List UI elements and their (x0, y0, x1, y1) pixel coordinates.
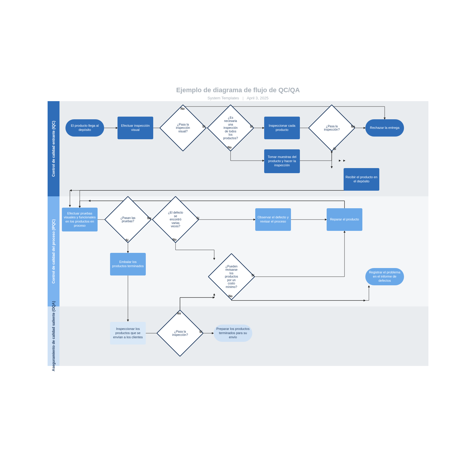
process-tests: Efectuar pruebas visuales y funcionales … (62, 208, 98, 231)
edge-label: No (181, 107, 184, 110)
diagram-title: Ejemplo de diagrama de flujo de QC/QA (0, 86, 476, 94)
edge-label: Sí (251, 274, 254, 277)
edge-label: Sí (199, 330, 202, 333)
swimlane-label-iqc: Control de calidad entrante (IQC) (48, 101, 60, 196)
terminator-prepare-ship: Preparar los productos terminados para s… (214, 325, 252, 342)
edge-label: No (147, 217, 151, 220)
decision-text: ¿Es necesaria una inspección de todos lo… (216, 111, 245, 145)
edge-label: No (177, 312, 181, 315)
process-receive: Recibir el producto en el depósito (344, 168, 379, 191)
edge-label: No (173, 238, 176, 241)
decision-text: ¿Pasa la inspección visual? (169, 111, 197, 145)
swimlane-label-text: Control de calidad del proceso (IPQC) (51, 219, 56, 284)
process-sample: Tomar muestras del producto y hacer la i… (264, 149, 300, 173)
terminator-reject: Rechazar la entrega (365, 119, 404, 137)
process-repair: Reparar el producto (327, 208, 362, 231)
decision-text: ¿Pueden revisarse los productos por un c… (217, 260, 246, 293)
swimlane-label-oqa: Aseguramiento de calidad saliente (OQA) (48, 306, 60, 366)
decision-text: ¿Pasa la inspección? (317, 111, 346, 145)
decision-text: ¿Pasan las pruebas? (114, 203, 142, 236)
edge-label: Sí (126, 239, 128, 242)
edge-label: Sí (202, 125, 205, 128)
edge-label: Sí (250, 125, 253, 128)
swimlane-label-ipqc: Control de calidad del proceso (IPQC) (48, 196, 60, 306)
process-visual-inspection: Efectuar inspección visual (118, 117, 153, 139)
edge-label: Sí (196, 217, 199, 220)
terminator-start: El producto llega al depósito (65, 119, 104, 137)
date-label: April 3, 2025 (247, 96, 268, 100)
process-inspect-each: Inspeccionar cada producto (264, 117, 300, 139)
flowchart-canvas: Control de calidad entrante (IQC) Contro… (48, 101, 428, 387)
decision-text: ¿Pasa la inspección? (166, 317, 195, 350)
edge-label: No (351, 125, 355, 128)
swimlane-label-text: Aseguramiento de calidad saliente (OQA) (51, 301, 56, 371)
process-pack: Embalar los productos terminados (110, 253, 146, 275)
swimlane-label-text: Control de calidad entrante (IQC) (51, 121, 56, 177)
separator: | (242, 96, 243, 100)
edge-label: No (228, 295, 232, 298)
terminator-log-defect: Registrar el problema en el informe de d… (365, 268, 404, 285)
decision-text: ¿El defecto se encontró varias veces? (161, 203, 190, 236)
process-observe: Observar el defecto y revisar el proceso (255, 208, 291, 231)
edge-label: Sí (333, 147, 336, 151)
author-label: System Templates (208, 96, 239, 100)
process-inspect-shipment: Inspeccionar los productos que se envían… (110, 322, 146, 345)
page: Ejemplo de diagrama de flujo de QC/QA Sy… (0, 0, 476, 476)
edge-label: No (228, 146, 231, 149)
diagram-header: Ejemplo de diagrama de flujo de QC/QA Sy… (0, 86, 476, 100)
diagram-subtitle: System Templates | April 3, 2025 (0, 96, 476, 100)
